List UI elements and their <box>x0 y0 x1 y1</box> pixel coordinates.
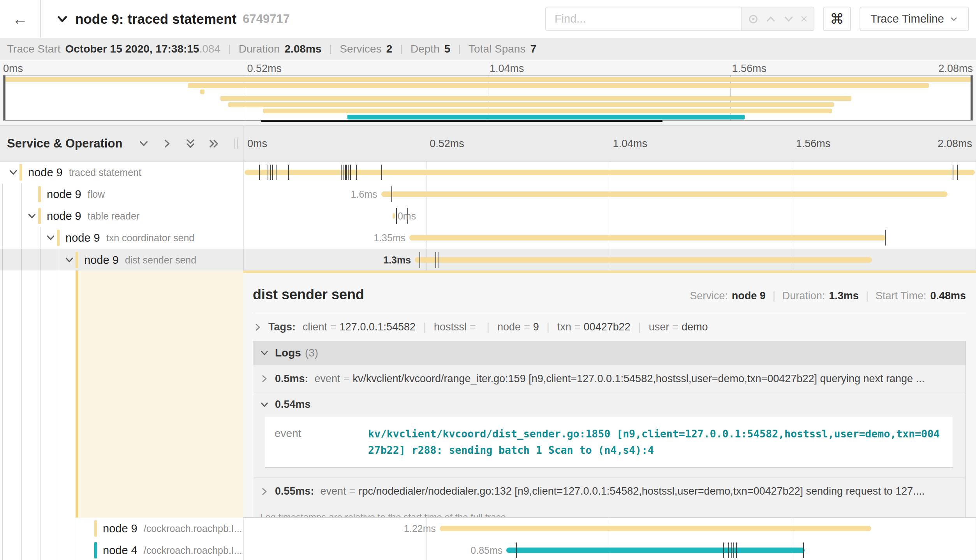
minimap-range-handle-right[interactable] <box>971 75 972 120</box>
span-tree-cell[interactable]: node 4/cockroach.roachpb.I... <box>0 539 243 560</box>
operation-name: traced statement <box>69 167 141 178</box>
span-tree-cell[interactable]: node 9flow <box>0 183 243 205</box>
span-bar-cell[interactable]: 1.35ms <box>243 227 976 249</box>
span-duration-bar[interactable] <box>393 213 395 219</box>
tags-label: Tags: <box>268 321 296 333</box>
tree-chevron-icon[interactable] <box>8 167 19 178</box>
span-row[interactable]: node 9flow1.6ms <box>0 183 976 205</box>
span-tree-cell[interactable]: node 9table reader <box>0 205 243 227</box>
infobar-label: Total Spans <box>469 43 525 55</box>
span-row[interactable]: node 9table reader0ms <box>0 205 976 227</box>
log-equals: = <box>349 485 356 497</box>
column-resize-handle[interactable] <box>234 139 238 149</box>
tag-equals: = <box>574 321 581 333</box>
span-rows-top: node 9traced statementnode 9flow1.6msnod… <box>0 162 976 270</box>
tree-chevron-icon[interactable] <box>45 232 56 243</box>
meta-starttime-value: 0.48ms <box>930 290 966 302</box>
span-name-group: node 9txn coordinator send <box>65 227 194 249</box>
minimap-canvas[interactable] <box>3 75 973 121</box>
locate-icon[interactable] <box>747 13 759 25</box>
log-expander-icon[interactable] <box>259 374 270 384</box>
log-tick-mark <box>803 542 804 558</box>
minimap-axis-label: 1.04ms <box>490 63 524 75</box>
expand-one-icon[interactable] <box>161 138 173 149</box>
find-clear-icon[interactable]: × <box>800 12 808 26</box>
collapse-one-icon[interactable] <box>138 138 150 149</box>
span-duration-bar[interactable] <box>415 257 872 263</box>
span-bar-cell[interactable]: 0ms <box>243 205 976 227</box>
span-tree-cell[interactable]: node 9/cockroach.roachpb.I... <box>0 518 243 539</box>
minimap-axis-labels: 0ms0.52ms1.04ms1.56ms2.08ms <box>3 63 973 74</box>
service-color-bar <box>57 230 60 246</box>
tags-row[interactable]: Tags: client=127.0.0.1:54582|hostssl=|no… <box>243 313 976 339</box>
find-input[interactable] <box>546 7 741 30</box>
find-group: × <box>545 7 814 31</box>
collapse-all-icon[interactable] <box>185 138 196 149</box>
minimap-range-handle-left[interactable] <box>4 75 5 120</box>
find-prev-icon[interactable] <box>765 13 777 25</box>
page-title: node 9: traced statement <box>75 11 236 27</box>
tag-value: 9 <box>533 321 539 333</box>
operation-name: table reader <box>88 211 139 222</box>
find-next-icon[interactable] <box>783 13 795 25</box>
tags-expander-icon[interactable] <box>253 322 263 332</box>
log-field-value: kv/kvclient/kvcoord/dist_sender.go:1850 … <box>368 426 943 459</box>
span-duration-bar[interactable] <box>381 191 948 197</box>
tag-item: txn=00427b22 <box>557 321 631 333</box>
trace-collapse-chevron-icon[interactable] <box>56 12 69 26</box>
span-bar-cell[interactable]: 1.6ms <box>243 183 976 205</box>
span-bar-cell[interactable]: 1.22ms <box>243 518 976 539</box>
tree-chevron-icon[interactable] <box>26 211 37 221</box>
span-duration-bar[interactable] <box>440 526 871 531</box>
log-tick-mark <box>885 230 886 246</box>
chevron-down-icon <box>950 15 958 23</box>
infobar-value-suffix: .084 <box>199 43 220 55</box>
span-duration-bar[interactable] <box>506 548 805 553</box>
span-duration-label: 1.35ms <box>373 227 405 249</box>
span-tree-cell[interactable]: node 9dist sender send <box>0 249 243 270</box>
log-tick-mark <box>728 542 729 558</box>
back-arrow-icon: ← <box>12 11 28 27</box>
service-name: node 4 <box>103 544 137 557</box>
span-bar-cell[interactable]: 1.3ms <box>243 249 976 270</box>
span-row[interactable]: node 9txn coordinator send1.35ms <box>0 227 976 249</box>
command-icon: ⌘ <box>830 11 844 27</box>
tag-separator: | <box>487 321 490 333</box>
keyboard-shortcuts-button[interactable]: ⌘ <box>823 7 851 31</box>
tree-chevron-icon[interactable] <box>64 255 75 265</box>
log-entry-collapsed[interactable]: 0.5ms: event = kv/kvclient/kvcoord/range… <box>253 365 965 393</box>
log-expanded-header[interactable]: 0.54ms <box>259 398 959 411</box>
log-entry-collapsed[interactable]: 0.55ms: event = rpc/nodedialer/nodediale… <box>253 477 965 506</box>
expand-all-icon[interactable] <box>208 138 220 149</box>
header-controls: × ⌘ Trace Timeline <box>545 7 969 31</box>
span-name-group: node 9/cockroach.roachpb.I... <box>103 518 242 539</box>
minimap-scrollbar[interactable] <box>261 120 662 122</box>
back-button[interactable]: ← <box>0 0 41 38</box>
span-tree-cell[interactable]: node 9traced statement <box>0 162 243 183</box>
operation-name: /cockroach.roachpb.I... <box>144 545 242 556</box>
span-tree-cell[interactable]: node 9txn coordinator send <box>0 227 243 249</box>
span-bar-cell[interactable] <box>243 162 976 183</box>
trace-view-label: Trace Timeline <box>870 12 944 25</box>
log-collapse-icon[interactable] <box>259 400 270 410</box>
logs-collapse-icon[interactable] <box>259 348 270 358</box>
span-row[interactable]: node 4/cockroach.roachpb.I...0.85ms <box>0 539 976 560</box>
logs-body: 0.5ms: event = kv/kvclient/kvcoord/range… <box>253 365 965 518</box>
service-operation-header: Service & Operation <box>0 126 243 161</box>
span-row[interactable]: node 9dist sender send1.3ms <box>0 249 976 270</box>
span-duration-bar[interactable] <box>245 170 975 175</box>
log-expander-icon[interactable] <box>259 486 270 497</box>
infobar-label: Depth <box>410 43 440 55</box>
span-bar-cell[interactable]: 0.85ms <box>243 539 976 560</box>
logs-header[interactable]: Logs (3) <box>253 341 965 365</box>
tag-equals: = <box>524 321 530 333</box>
span-duration-bar[interactable] <box>409 235 886 241</box>
trace-view-selector[interactable]: Trace Timeline <box>860 7 969 31</box>
meta-separator: | <box>866 290 869 302</box>
log-tick-mark <box>733 542 734 558</box>
tag-key: hostssl <box>434 321 467 333</box>
infobar-item: Total Spans7 <box>469 43 536 55</box>
span-detail-panel: dist sender send Service:node 9 | Durati… <box>243 270 976 518</box>
span-row[interactable]: node 9traced statement <box>0 162 976 183</box>
span-row[interactable]: node 9/cockroach.roachpb.I...1.22ms <box>0 518 976 539</box>
